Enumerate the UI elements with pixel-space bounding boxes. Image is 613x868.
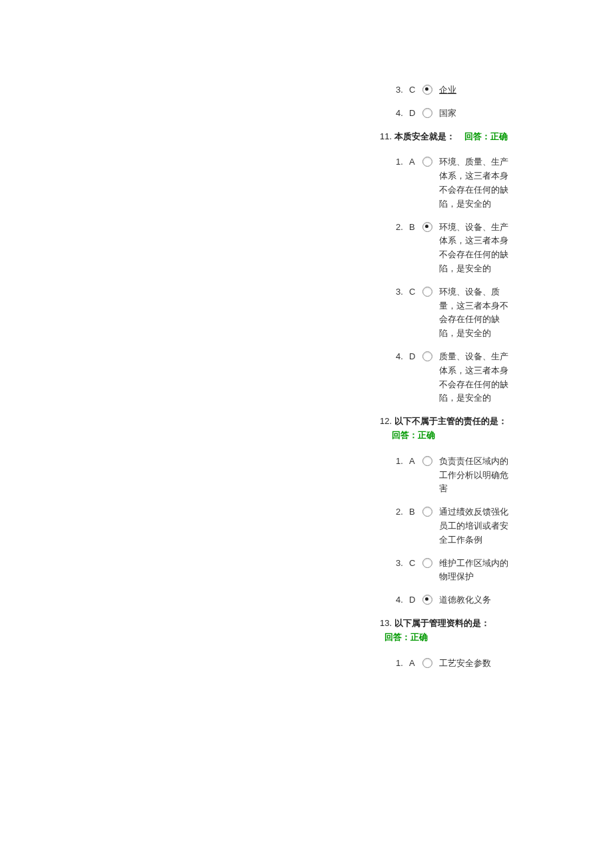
option-letter: C [409,285,421,299]
radio-icon[interactable] [422,595,432,605]
question-12-options: 1. A 负责责任区域内的工作分析以明确危害 2. B 通过绩效反馈强化员工的培… [396,455,516,607]
answer-status: 回答：正确 [464,131,508,141]
option-letter: C [409,557,421,571]
option-row: 2. B 通过绩效反馈强化员工的培训或者安全工作条例 [396,505,516,547]
option-row: 4. D 道德教化义务 [396,593,516,607]
option-text: 环境、设备、生产体系，这三者本身不会存在任何的缺陷，是安全的 [439,221,516,276]
option-text: 通过绩效反馈强化员工的培训或者安全工作条例 [439,505,516,547]
answer-status: 回答：正确 [384,632,428,642]
radio-icon[interactable] [422,287,432,297]
quiz-content: 3. C 企业 4. D 国家 11. 本质安全就是： 回答：正确 1. A [380,83,516,679]
option-index: 4. [396,350,409,364]
radio-icon[interactable] [422,222,432,232]
option-text: 道德教化义务 [439,593,516,607]
question-13-header: 13. 以下属于管理资料的是： 回答：正确 [380,617,516,645]
question-number: 12. [380,416,392,426]
option-index: 3. [396,557,409,571]
option-index: 1. [396,155,409,169]
option-letter: D [409,350,421,364]
option-row: 3. C 企业 [396,83,516,97]
radio-icon[interactable] [422,507,432,517]
option-letter: A [409,155,421,169]
option-letter: A [409,657,421,671]
question-title: 以下属于管理资料的是： [394,618,490,628]
option-text: 质量、设备、生产体系，这三者本身不会存在任何的缺陷，是安全的 [439,350,516,405]
option-index: 3. [396,83,409,97]
option-letter: A [409,455,421,469]
question-title: 本质安全就是： [394,131,455,141]
radio-icon[interactable] [422,85,432,95]
option-index: 4. [396,593,409,607]
option-row: 4. D 质量、设备、生产体系，这三者本身不会存在任何的缺陷，是安全的 [396,350,516,405]
option-row: 1. A 环境、质量、生产体系，这三者本身不会存在任何的缺陷，是安全的 [396,155,516,211]
option-index: 2. [396,221,409,235]
option-index: 4. [396,107,409,121]
radio-icon[interactable] [422,558,432,568]
question-top-options: 3. C 企业 4. D 国家 [396,83,516,121]
option-index: 2. [396,505,409,519]
option-letter: D [409,107,421,121]
question-13-options: 1. A 工艺安全参数 [396,657,516,671]
question-number: 11. [380,131,392,141]
option-text: 国家 [439,107,516,121]
option-text: 负责责任区域内的工作分析以明确危害 [439,455,516,496]
option-row: 4. D 国家 [396,107,516,121]
radio-icon[interactable] [422,108,432,118]
option-row: 3. C 环境、设备、质量，这三者本身不会存在任何的缺陷，是安全的 [396,285,516,341]
radio-icon[interactable] [422,157,432,167]
option-text: 维护工作区域内的物理保护 [439,557,516,585]
option-text: 环境、质量、生产体系，这三者本身不会存在任何的缺陷，是安全的 [439,155,516,211]
question-11-header: 11. 本质安全就是： 回答：正确 [380,130,516,144]
answer-status: 回答：正确 [392,430,435,440]
question-number: 13. [380,618,392,628]
question-title: 以下不属于主管的责任的是： [394,416,507,426]
option-letter: B [409,505,421,519]
option-letter: D [409,593,421,607]
option-index: 1. [396,455,409,469]
option-text: 企业 [439,83,516,97]
option-row: 1. A 负责责任区域内的工作分析以明确危害 [396,455,516,496]
option-row: 2. B 环境、设备、生产体系，这三者本身不会存在任何的缺陷，是安全的 [396,221,516,276]
option-index: 1. [396,657,409,671]
option-index: 3. [396,285,409,299]
question-11-options: 1. A 环境、质量、生产体系，这三者本身不会存在任何的缺陷，是安全的 2. B… [396,155,516,405]
option-letter: C [409,83,421,97]
option-row: 1. A 工艺安全参数 [396,657,516,671]
option-text: 工艺安全参数 [439,657,516,671]
option-text: 环境、设备、质量，这三者本身不会存在任何的缺陷，是安全的 [439,285,516,341]
radio-icon[interactable] [422,351,432,361]
option-letter: B [409,221,421,235]
radio-icon[interactable] [422,658,432,668]
option-row: 3. C 维护工作区域内的物理保护 [396,557,516,585]
radio-icon[interactable] [422,456,432,466]
question-12-header: 12. 以下不属于主管的责任的是： 回答：正确 [380,415,516,443]
